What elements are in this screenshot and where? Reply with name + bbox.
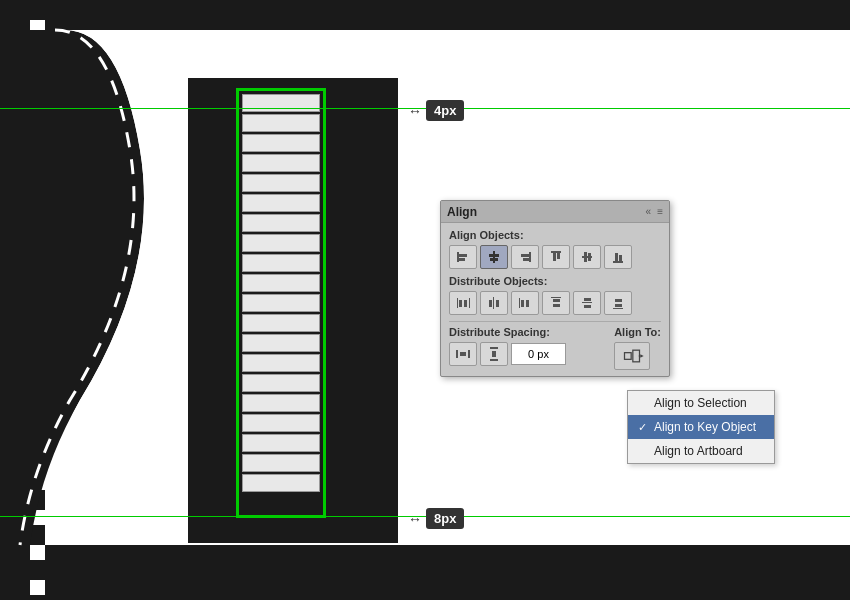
align-to-section: Align To:: [614, 326, 661, 370]
svg-rect-19: [459, 300, 462, 307]
dist-center-h-btn[interactable]: [480, 291, 508, 315]
measure-badge-top: 4px: [426, 100, 464, 121]
panel-menu-btn[interactable]: ≡: [657, 206, 663, 217]
svg-rect-29: [553, 299, 560, 302]
dist-space-h-btn[interactable]: [449, 342, 477, 366]
rung-4: [242, 154, 320, 172]
svg-rect-14: [588, 253, 591, 261]
panel-controls: « ≡: [646, 206, 663, 217]
measure-top: ↔ 4px: [408, 100, 464, 121]
spacing-row: [449, 342, 566, 366]
rung-6: [242, 194, 320, 212]
measure-badge-bottom: 8px: [426, 508, 464, 529]
rung-5: [242, 174, 320, 192]
svg-rect-17: [619, 255, 622, 261]
svg-rect-16: [615, 253, 618, 261]
svg-rect-10: [553, 253, 556, 261]
svg-rect-40: [490, 347, 498, 349]
rung-1: [242, 94, 320, 112]
svg-rect-24: [496, 300, 499, 307]
svg-rect-4: [489, 254, 499, 257]
svg-rect-37: [456, 350, 458, 358]
rung-12: [242, 314, 320, 332]
svg-rect-22: [493, 297, 494, 309]
svg-rect-23: [489, 300, 492, 307]
svg-rect-6: [529, 252, 531, 262]
road-left-dashes: [30, 0, 45, 600]
dist-space-v-btn[interactable]: [480, 342, 508, 366]
measure-arrow-top: ↔: [408, 103, 422, 119]
rung-11: [242, 294, 320, 312]
rung-15: [242, 374, 320, 392]
svg-rect-27: [526, 300, 529, 307]
dropdown-item-artboard[interactable]: Align to Artboard: [628, 439, 774, 463]
distribute-spacing-label: Distribute Spacing:: [449, 326, 566, 338]
rung-17: [242, 414, 320, 432]
rung-14: [242, 354, 320, 372]
dist-top-btn[interactable]: [542, 291, 570, 315]
svg-rect-15: [613, 261, 623, 263]
dist-bottom-btn[interactable]: [604, 291, 632, 315]
align-to-button[interactable]: [614, 342, 650, 370]
panel-body: Align Objects:: [441, 223, 669, 376]
rung-2: [242, 114, 320, 132]
svg-rect-36: [615, 304, 622, 307]
rung-8: [242, 234, 320, 252]
top-strip: [0, 0, 850, 30]
measure-arrow-bottom: ↔: [408, 511, 422, 527]
align-objects-label: Align Objects:: [449, 229, 661, 241]
panel-collapse-btn[interactable]: «: [646, 206, 652, 217]
align-center-v-btn[interactable]: [573, 245, 601, 269]
svg-rect-20: [464, 300, 467, 307]
rung-9: [242, 254, 320, 272]
svg-rect-32: [584, 298, 591, 301]
rung-7: [242, 214, 320, 232]
svg-rect-21: [469, 298, 470, 308]
panel-titlebar[interactable]: Align « ≡: [441, 201, 669, 223]
align-bottom-btn[interactable]: [604, 245, 632, 269]
svg-rect-7: [521, 254, 529, 257]
rung-19: [242, 454, 320, 472]
distribute-spacing-section: Distribute Spacing:: [449, 326, 566, 366]
svg-rect-39: [460, 352, 466, 356]
rung-18: [242, 434, 320, 452]
dropdown-item-selection[interactable]: Align to Selection: [628, 391, 774, 415]
dropdown-item-key-object[interactable]: ✓ Align to Key Object: [628, 415, 774, 439]
check-artboard: [638, 445, 650, 457]
svg-rect-28: [551, 297, 561, 298]
svg-rect-30: [553, 304, 560, 307]
align-objects-buttons: [449, 245, 661, 269]
rung-13: [242, 334, 320, 352]
svg-rect-38: [468, 350, 470, 358]
spacing-input[interactable]: [511, 343, 566, 365]
measure-bottom: ↔ 8px: [408, 508, 464, 529]
bottom-strip: [0, 545, 850, 600]
check-key-object: ✓: [638, 421, 650, 434]
rung-20: [242, 474, 320, 492]
align-to-label: Align To:: [614, 326, 661, 338]
svg-rect-11: [557, 253, 560, 259]
svg-rect-9: [551, 251, 561, 253]
svg-rect-0: [457, 252, 459, 262]
align-panel: Align « ≡ Align Objects:: [440, 200, 670, 377]
svg-rect-13: [584, 252, 587, 262]
dist-left-btn[interactable]: [449, 291, 477, 315]
panel-title: Align: [447, 205, 477, 219]
check-selection: [638, 397, 650, 409]
align-left-btn[interactable]: [449, 245, 477, 269]
rung-16: [242, 394, 320, 412]
align-top-btn[interactable]: [542, 245, 570, 269]
align-to-dropdown: Align to Selection ✓ Align to Key Object…: [627, 390, 775, 464]
svg-rect-35: [615, 299, 622, 302]
svg-rect-8: [523, 258, 529, 261]
align-center-h-btn[interactable]: [480, 245, 508, 269]
svg-rect-1: [459, 254, 467, 257]
align-right-btn[interactable]: [511, 245, 539, 269]
svg-rect-43: [625, 353, 632, 360]
svg-rect-33: [584, 305, 591, 308]
svg-rect-41: [490, 359, 498, 361]
dist-right-btn[interactable]: [511, 291, 539, 315]
rung-10: [242, 274, 320, 292]
svg-rect-18: [457, 298, 458, 308]
dist-center-v-btn[interactable]: [573, 291, 601, 315]
